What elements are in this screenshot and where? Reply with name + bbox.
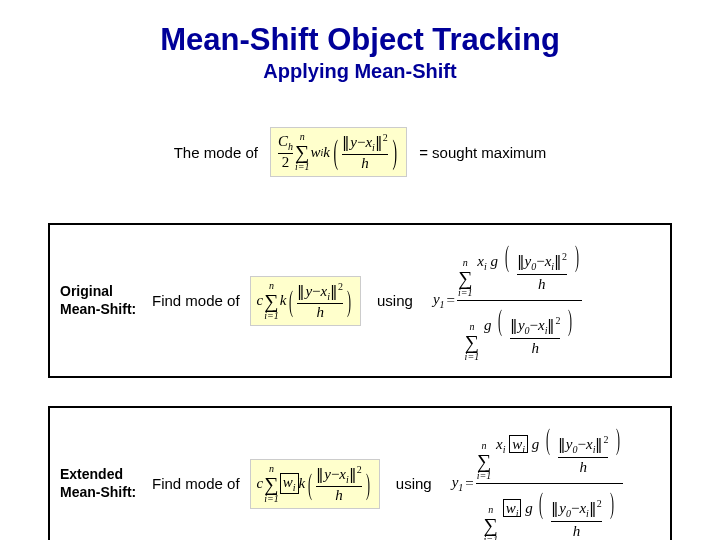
extended-iteration-formula: y1 = n∑i=1 xi wi g ( ‖y0−xi‖2 h ) <box>446 418 630 540</box>
page-subtitle: Applying Mean-Shift <box>32 60 688 83</box>
original-find-text: Find mode of <box>152 292 240 309</box>
original-using-text: using <box>377 292 413 309</box>
extended-label: Extended Mean-Shift: <box>60 466 142 501</box>
extended-using-text: using <box>396 475 432 492</box>
original-meanshift-box: Original Mean-Shift: Find mode of c n ∑ … <box>48 223 672 378</box>
intro-formula: Ch 2 n ∑ i=1 wi k ( ‖y−xi‖2 h ) <box>270 127 407 177</box>
intro-left-text: The mode of <box>174 144 258 161</box>
intro-row: The mode of Ch 2 n ∑ i=1 wi k ( ‖y−xi‖2 … <box>32 127 688 177</box>
extended-meanshift-box: Extended Mean-Shift: Find mode of c n ∑ … <box>48 406 672 540</box>
original-label: Original Mean-Shift: <box>60 283 142 318</box>
original-mode-formula: c n ∑ i=1 k ( ‖y−xi‖2 h ) <box>250 276 361 326</box>
extended-find-text: Find mode of <box>152 475 240 492</box>
original-iteration-formula: y1 = n∑i=1 xi g ( ‖y0−xi‖2 h ) n <box>427 235 588 366</box>
page-title: Mean-Shift Object Tracking <box>32 22 688 58</box>
intro-right-text: = sought maximum <box>419 144 546 161</box>
extended-mode-formula: c n ∑ i=1 wi k ( ‖y−xi‖2 h ) <box>250 459 380 509</box>
